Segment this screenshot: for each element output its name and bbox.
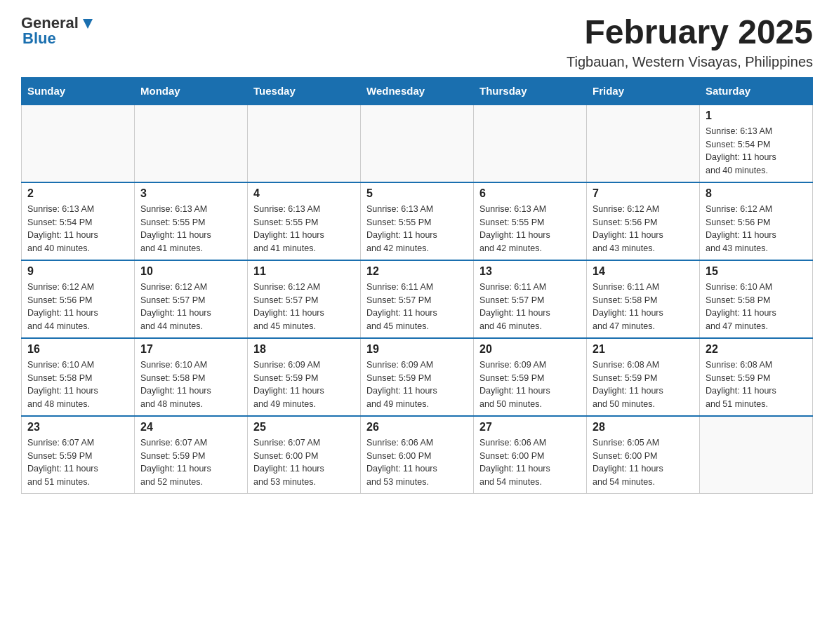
day-number: 14 — [593, 265, 694, 278]
day-number: 10 — [140, 265, 241, 278]
day-number: 23 — [27, 421, 128, 434]
weekday-header-tuesday: Tuesday — [248, 77, 361, 105]
day-info: Sunrise: 6:13 AM Sunset: 5:55 PM Dayligh… — [253, 203, 355, 255]
day-info: Sunrise: 6:07 AM Sunset: 5:59 PM Dayligh… — [140, 436, 241, 489]
day-number: 17 — [140, 343, 241, 356]
day-info: Sunrise: 6:10 AM Sunset: 5:58 PM Dayligh… — [27, 358, 128, 411]
calendar-day: 14Sunrise: 6:11 AM Sunset: 5:58 PM Dayli… — [587, 260, 700, 338]
day-number: 9 — [27, 265, 128, 278]
weekday-header-wednesday: Wednesday — [361, 77, 474, 105]
day-info: Sunrise: 6:08 AM Sunset: 5:59 PM Dayligh… — [593, 358, 694, 411]
calendar-day: 10Sunrise: 6:12 AM Sunset: 5:57 PM Dayli… — [135, 260, 248, 338]
page-header: General Blue February 2025 Tigbauan, Wes… — [21, 14, 813, 70]
weekday-header-saturday: Saturday — [700, 77, 813, 105]
calendar-day: 20Sunrise: 6:09 AM Sunset: 5:59 PM Dayli… — [474, 338, 587, 416]
day-number: 21 — [593, 343, 694, 356]
day-info: Sunrise: 6:12 AM Sunset: 5:57 PM Dayligh… — [253, 281, 355, 333]
logo: General Blue — [21, 14, 95, 48]
calendar-day: 2Sunrise: 6:13 AM Sunset: 5:54 PM Daylig… — [22, 182, 135, 260]
calendar-day: 15Sunrise: 6:10 AM Sunset: 5:58 PM Dayli… — [700, 260, 813, 338]
day-info: Sunrise: 6:13 AM Sunset: 5:55 PM Dayligh… — [479, 203, 581, 255]
weekday-header-monday: Monday — [135, 77, 248, 105]
day-number: 6 — [479, 187, 581, 200]
calendar-day — [22, 105, 135, 182]
calendar-day: 23Sunrise: 6:07 AM Sunset: 5:59 PM Dayli… — [22, 416, 135, 494]
day-info: Sunrise: 6:13 AM Sunset: 5:54 PM Dayligh… — [27, 203, 128, 255]
weekday-header-friday: Friday — [587, 77, 700, 105]
calendar-table: SundayMondayTuesdayWednesdayThursdayFrid… — [21, 77, 813, 494]
day-number: 8 — [706, 187, 807, 200]
day-info: Sunrise: 6:13 AM Sunset: 5:54 PM Dayligh… — [706, 125, 807, 177]
day-number: 18 — [253, 343, 355, 356]
weekday-header-thursday: Thursday — [474, 77, 587, 105]
calendar-day — [474, 105, 587, 182]
day-number: 12 — [366, 265, 468, 278]
day-info: Sunrise: 6:12 AM Sunset: 5:56 PM Dayligh… — [593, 203, 694, 255]
month-title: February 2025 — [567, 14, 813, 51]
day-number: 24 — [140, 421, 241, 434]
day-number: 15 — [706, 265, 807, 278]
calendar-day: 25Sunrise: 6:07 AM Sunset: 6:00 PM Dayli… — [248, 416, 361, 494]
calendar-day: 17Sunrise: 6:10 AM Sunset: 5:58 PM Dayli… — [135, 338, 248, 416]
day-info: Sunrise: 6:11 AM Sunset: 5:57 PM Dayligh… — [479, 281, 581, 333]
calendar-day: 11Sunrise: 6:12 AM Sunset: 5:57 PM Dayli… — [248, 260, 361, 338]
calendar-header-row: SundayMondayTuesdayWednesdayThursdayFrid… — [22, 77, 813, 105]
day-number: 1 — [706, 109, 807, 122]
day-info: Sunrise: 6:07 AM Sunset: 6:00 PM Dayligh… — [253, 436, 355, 489]
calendar-day: 24Sunrise: 6:07 AM Sunset: 5:59 PM Dayli… — [135, 416, 248, 494]
day-info: Sunrise: 6:13 AM Sunset: 5:55 PM Dayligh… — [366, 203, 468, 255]
day-info: Sunrise: 6:09 AM Sunset: 5:59 PM Dayligh… — [366, 358, 468, 411]
day-number: 26 — [366, 421, 468, 434]
day-number: 11 — [253, 265, 355, 278]
calendar-week-4: 16Sunrise: 6:10 AM Sunset: 5:58 PM Dayli… — [22, 338, 813, 416]
day-info: Sunrise: 6:12 AM Sunset: 5:56 PM Dayligh… — [27, 281, 128, 333]
day-number: 3 — [140, 187, 241, 200]
day-number: 7 — [593, 187, 694, 200]
calendar-day: 26Sunrise: 6:06 AM Sunset: 6:00 PM Dayli… — [361, 416, 474, 494]
day-info: Sunrise: 6:10 AM Sunset: 5:58 PM Dayligh… — [706, 281, 807, 333]
calendar-day: 3Sunrise: 6:13 AM Sunset: 5:55 PM Daylig… — [135, 182, 248, 260]
logo-blue-text: Blue — [22, 29, 56, 48]
day-number: 25 — [253, 421, 355, 434]
calendar-day: 7Sunrise: 6:12 AM Sunset: 5:56 PM Daylig… — [587, 182, 700, 260]
day-info: Sunrise: 6:10 AM Sunset: 5:58 PM Dayligh… — [140, 358, 241, 411]
calendar-day — [700, 416, 813, 494]
calendar-day: 4Sunrise: 6:13 AM Sunset: 5:55 PM Daylig… — [248, 182, 361, 260]
svg-marker-0 — [83, 19, 93, 29]
day-number: 27 — [479, 421, 581, 434]
day-number: 22 — [706, 343, 807, 356]
day-number: 5 — [366, 187, 468, 200]
day-number: 28 — [593, 421, 694, 434]
weekday-header-sunday: Sunday — [22, 77, 135, 105]
calendar-week-1: 1Sunrise: 6:13 AM Sunset: 5:54 PM Daylig… — [22, 105, 813, 182]
calendar-day — [361, 105, 474, 182]
calendar-day: 27Sunrise: 6:06 AM Sunset: 6:00 PM Dayli… — [474, 416, 587, 494]
calendar-day: 21Sunrise: 6:08 AM Sunset: 5:59 PM Dayli… — [587, 338, 700, 416]
calendar-day: 13Sunrise: 6:11 AM Sunset: 5:57 PM Dayli… — [474, 260, 587, 338]
calendar-week-2: 2Sunrise: 6:13 AM Sunset: 5:54 PM Daylig… — [22, 182, 813, 260]
calendar-day: 16Sunrise: 6:10 AM Sunset: 5:58 PM Dayli… — [22, 338, 135, 416]
calendar-day: 6Sunrise: 6:13 AM Sunset: 5:55 PM Daylig… — [474, 182, 587, 260]
day-info: Sunrise: 6:08 AM Sunset: 5:59 PM Dayligh… — [706, 358, 807, 411]
day-info: Sunrise: 6:07 AM Sunset: 5:59 PM Dayligh… — [27, 436, 128, 489]
day-number: 2 — [27, 187, 128, 200]
calendar-day: 8Sunrise: 6:12 AM Sunset: 5:56 PM Daylig… — [700, 182, 813, 260]
day-number: 16 — [27, 343, 128, 356]
calendar-week-3: 9Sunrise: 6:12 AM Sunset: 5:56 PM Daylig… — [22, 260, 813, 338]
calendar-day: 28Sunrise: 6:05 AM Sunset: 6:00 PM Dayli… — [587, 416, 700, 494]
calendar-day: 22Sunrise: 6:08 AM Sunset: 5:59 PM Dayli… — [700, 338, 813, 416]
day-info: Sunrise: 6:11 AM Sunset: 5:57 PM Dayligh… — [366, 281, 468, 333]
day-info: Sunrise: 6:06 AM Sunset: 6:00 PM Dayligh… — [479, 436, 581, 489]
calendar-week-5: 23Sunrise: 6:07 AM Sunset: 5:59 PM Dayli… — [22, 416, 813, 494]
day-number: 4 — [253, 187, 355, 200]
calendar-day — [135, 105, 248, 182]
day-info: Sunrise: 6:11 AM Sunset: 5:58 PM Dayligh… — [593, 281, 694, 333]
calendar-day — [248, 105, 361, 182]
day-number: 20 — [479, 343, 581, 356]
day-info: Sunrise: 6:05 AM Sunset: 6:00 PM Dayligh… — [593, 436, 694, 489]
day-info: Sunrise: 6:09 AM Sunset: 5:59 PM Dayligh… — [479, 358, 581, 411]
calendar-day: 12Sunrise: 6:11 AM Sunset: 5:57 PM Dayli… — [361, 260, 474, 338]
location-title: Tigbauan, Western Visayas, Philippines — [567, 54, 813, 70]
calendar-day — [587, 105, 700, 182]
day-number: 13 — [479, 265, 581, 278]
